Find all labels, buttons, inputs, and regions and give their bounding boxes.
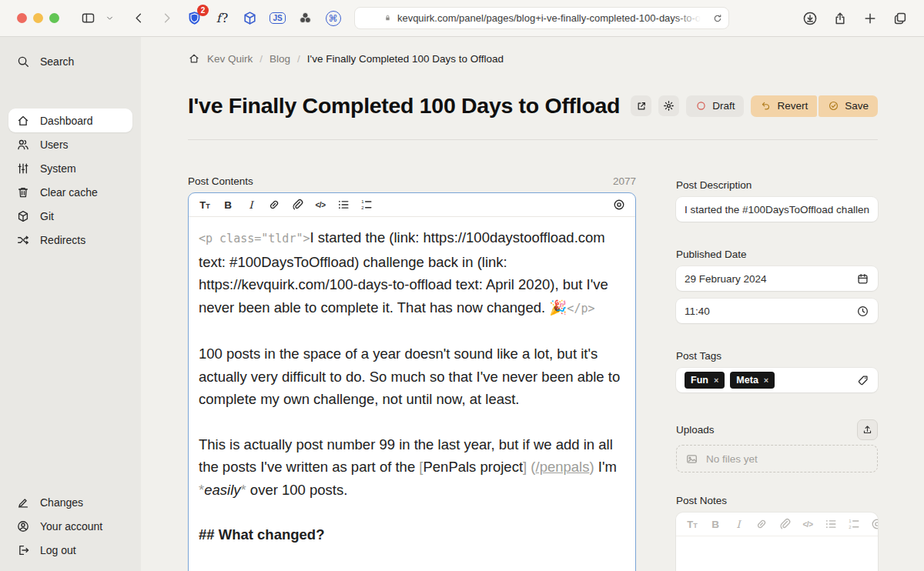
italic-toolbar-button[interactable]: I [239,195,263,215]
new-tab-button[interactable] [862,10,879,27]
post-contents-editor[interactable]: TTBI</>12 <p class="tldr">I started the … [188,192,636,571]
sidebar-item-system[interactable]: System [8,156,132,180]
uploads-dropzone[interactable]: No files yet [676,445,878,472]
post-notes-section: Post Notes TTBI</>12 [676,495,878,571]
sidebar-item-label: Users [40,139,69,151]
svg-text:1: 1 [361,199,363,204]
text-style-toolbar-button[interactable]: TT [193,195,216,215]
attachment-toolbar-button[interactable] [773,514,796,534]
sidebar-item-search[interactable]: Search [8,49,132,73]
forward-button[interactable] [158,10,175,27]
sidebar-item-dashboard[interactable]: Dashboard [8,109,132,132]
post-description-input[interactable]: I started the #100DaysToOffload challeng [676,197,878,222]
sidebar-toggle-icon[interactable] [79,10,96,27]
close-window-button[interactable] [17,13,27,23]
sidebar-item-users[interactable]: Users [8,132,132,156]
published-date-input[interactable]: 29 February 2024 [676,266,878,291]
svg-text:1: 1 [849,519,851,523]
breadcrumb-item[interactable]: Kev Quirk [207,53,253,65]
revert-button[interactable]: Revert [751,95,817,117]
post-description-value: I started the #100DaysToOffload challeng [685,204,869,215]
sidebar-item-clear-cache[interactable]: Clear cache [8,180,132,204]
code-toolbar-button[interactable]: </> [309,195,332,215]
editor-content[interactable]: <p class="tldr">I started the (link: htt… [189,217,635,556]
bullet-list-toolbar-button[interactable] [819,514,842,534]
sidebar-item-your-account[interactable]: Your account [8,514,132,538]
shuffle-icon [16,233,30,247]
open-external-button[interactable] [631,95,651,116]
text-style-toolbar-button[interactable]: TT [681,514,704,534]
published-date-label: Published Date [676,249,878,260]
bullet-list-toolbar-button[interactable] [332,195,355,215]
cube-extension-button[interactable] [241,9,259,27]
tag-pill-fun[interactable]: Fun× [685,372,725,389]
breadcrumb-item[interactable]: Blog [270,53,290,65]
post-notes-editor[interactable]: TTBI</>12 [676,513,878,571]
calendar-icon[interactable] [856,272,869,286]
downloads-button[interactable] [802,10,819,27]
attachment-toolbar-button[interactable] [286,195,309,215]
sidebar-item-redirects[interactable]: Redirects [8,228,132,252]
bold-toolbar-button[interactable]: B [704,514,727,534]
logout-icon [16,543,30,557]
remove-tag-button[interactable]: × [714,376,718,385]
post-tags-input[interactable]: Fun×Meta× [676,368,878,392]
right-panel: Post Description I started the #100DaysT… [676,175,878,571]
draft-status-icon [695,100,707,112]
home-icon[interactable] [188,52,200,65]
upload-icon [862,424,873,436]
clover-extension-button[interactable] [296,9,314,27]
tag-pill-meta[interactable]: Meta× [730,372,775,389]
share-button[interactable] [832,10,849,27]
sidebar-item-log-out[interactable]: Log out [8,538,132,562]
sidebar-item-git[interactable]: Git [8,204,132,228]
remove-tag-button[interactable]: × [764,376,768,385]
sidebar-footer: ChangesYour accountLog out [0,490,141,562]
page-title: I've Finally Completed 100 Days to Offlo… [188,93,631,119]
link-toolbar-button[interactable] [263,195,286,215]
reload-button[interactable] [712,13,723,24]
tag-icon[interactable] [856,374,869,387]
char-count: 2077 [613,175,636,187]
minimize-window-button[interactable] [33,13,43,23]
save-button[interactable]: Save [819,95,878,117]
code-toolbar-button[interactable]: </> [796,514,819,534]
address-bar[interactable]: kevquirk.com/panel/pages/blog+i-ve-final… [354,7,729,29]
sidebar-item-label: Clear cache [40,186,98,199]
post-contents-label: Post Contents [188,175,253,187]
draft-status-button[interactable]: Draft [686,95,744,117]
focus-toolbar-button[interactable] [865,514,878,534]
sidebar-item-label: Git [40,210,54,222]
gear-icon [662,99,675,112]
sidebar-item-changes[interactable]: Changes [8,490,132,514]
clover-icon [297,10,313,26]
settings-button[interactable] [658,95,679,116]
focus-toolbar-button[interactable] [608,195,631,215]
command-extension-button[interactable]: ⌘ [324,9,342,27]
chevron-down-icon[interactable] [101,10,118,27]
back-button[interactable] [130,10,147,27]
sidebar-item-label: Changes [40,496,83,509]
post-description-label: Post Description [676,179,878,191]
shield-extension-button[interactable]: 2 [186,9,203,27]
breadcrumb-separator: / [297,53,300,65]
notes-toolbar: TTBI</>12 [676,513,878,536]
clock-icon[interactable] [856,305,869,318]
f-question-extension-button[interactable]: f? [213,9,231,27]
breadcrumb-item: I've Finally Completed 100 Days to Offlo… [307,53,504,65]
divider [188,139,878,140]
numbered-list-toolbar-button[interactable]: 12 [842,514,865,534]
numbered-list-toolbar-button[interactable]: 12 [355,195,378,215]
link-toolbar-button[interactable] [750,514,773,534]
bold-toolbar-button[interactable]: B [216,195,239,215]
window-controls [17,13,59,23]
tab-overview-button[interactable] [892,10,909,27]
js-extension-button[interactable]: JS [269,9,286,27]
home-icon [16,114,30,128]
italic-toolbar-button[interactable]: I [727,514,750,534]
upload-button[interactable] [857,419,878,440]
sidebar-nav: DashboardUsersSystemClear cacheGitRedire… [0,109,141,252]
published-time-input[interactable]: 11:40 [676,299,878,323]
cube-icon [242,10,258,26]
maximize-window-button[interactable] [49,13,59,23]
